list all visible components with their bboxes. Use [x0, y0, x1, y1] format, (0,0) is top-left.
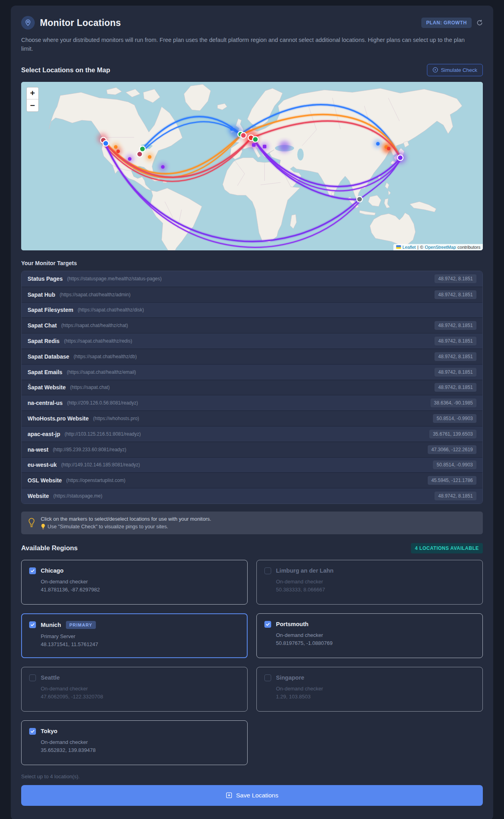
region-subtitle: On-demand checker: [41, 686, 240, 692]
region-name: Tokyo: [41, 728, 58, 734]
zoom-in-button[interactable]: +: [27, 87, 38, 99]
play-circle-icon: [433, 67, 438, 73]
target-name: OSL Website: [28, 477, 62, 484]
target-url: (http://209.126.0.56:8081/readyz): [67, 400, 138, 406]
region-card-munich[interactable]: MunichPRIMARYPrimary Server48.1371541, 1…: [21, 613, 248, 658]
marker-munich[interactable]: [252, 137, 258, 142]
marker-oregon[interactable]: [103, 141, 109, 146]
region-checkbox[interactable]: [29, 567, 36, 574]
leaflet-link[interactable]: Leaflet: [403, 245, 416, 250]
world-map[interactable]: + − Leaflet | © OpenStreetMap contributo…: [21, 82, 483, 250]
target-coords-badge: 47.3066, -122.2619: [428, 445, 476, 454]
target-row: Sapat Chat(https://sapat.chat/healthz/ch…: [22, 317, 482, 333]
region-card-seattle[interactable]: SeattleOn-demand checker47.6062095, -122…: [21, 667, 248, 712]
target-name: Sapat Redis: [28, 338, 60, 344]
target-url: (http://85.239.233.60:8081/readyz): [53, 447, 126, 452]
target-url: (https://sapat.chat/healthz/disk): [77, 307, 144, 313]
lightbulb-icon: [28, 518, 36, 528]
region-subtitle: Primary Server: [41, 633, 240, 639]
target-name: Sapat Emails: [28, 369, 62, 375]
region-checkbox[interactable]: [264, 674, 271, 681]
region-coords: 50.8197675, -1.0880769: [276, 640, 475, 646]
regions-heading: Available Regions: [21, 544, 78, 552]
target-url: (https://sapat.chat/healthz/admin): [60, 292, 130, 297]
target-coords-badge: 48.9742, 8.1851: [435, 337, 476, 345]
marker-chicago[interactable]: [140, 146, 145, 152]
region-checkbox[interactable]: [29, 728, 36, 735]
simulate-check-button[interactable]: Simulate Check: [427, 64, 483, 76]
region-subtitle: On-demand checker: [41, 739, 240, 745]
targets-heading: Your Monitor Targets: [21, 260, 483, 266]
osm-link[interactable]: OpenStreetMap: [425, 245, 456, 250]
target-row: Website(https://statuspage.me)48.9742, 8…: [22, 488, 482, 504]
target-coords-badge: 48.9742, 8.1851: [435, 352, 476, 361]
target-row: apac-east-jp(http://103.125.216.51:8081/…: [22, 426, 482, 442]
target-name: apac-east-jp: [28, 431, 60, 437]
map-section-heading: Select Locations on the Map: [21, 66, 110, 74]
marker-na-central[interactable]: [137, 151, 143, 157]
target-row: Sapat Hub(https://sapat.chat/healthz/adm…: [22, 287, 482, 302]
marker-tokyo[interactable]: [397, 155, 403, 161]
selection-footnote: Select up to 4 location(s).: [21, 773, 483, 779]
region-checkbox[interactable]: [29, 674, 36, 681]
target-row: WhoHosts.pro Website(https://whohosts.pr…: [22, 410, 482, 426]
target-url: (http://149.102.146.185:8081/readyz): [61, 462, 140, 468]
primary-badge: PRIMARY: [66, 621, 96, 629]
region-name: Munich: [41, 622, 61, 628]
region-card-chicago[interactable]: ChicagoOn-demand checker41.8781136, -87.…: [21, 560, 248, 605]
region-name: Chicago: [41, 567, 63, 574]
target-row: Šapat Website(https://sapat.chat)48.9742…: [22, 380, 482, 395]
target-coords-badge: 50.8514, -0.9903: [433, 460, 476, 469]
target-url: (https://sapat.chat/healthz/email): [67, 369, 136, 375]
target-url: (https://sapat.chat/healthz/redis): [64, 338, 132, 344]
region-subtitle: On-demand checker: [276, 579, 475, 585]
region-name: Seattle: [41, 674, 60, 681]
target-url: (http://103.125.216.51:8081/readyz): [65, 431, 141, 437]
target-row: Sapat Filesystem(https://sapat.chat/heal…: [22, 302, 482, 318]
target-name: Status Pages: [28, 276, 63, 282]
region-card-singapore[interactable]: SingaporeOn-demand checker1.29, 103.8503: [256, 667, 483, 712]
region-checkbox[interactable]: [264, 621, 271, 628]
target-name: na-west: [28, 446, 48, 453]
refresh-icon[interactable]: [476, 20, 483, 26]
region-name: Singapore: [276, 674, 304, 681]
target-name: WhoHosts.pro Website: [28, 415, 89, 422]
region-checkbox[interactable]: [264, 567, 271, 574]
target-row: na-central-us(http://209.126.0.56:8081/r…: [22, 395, 482, 410]
zoom-out-button[interactable]: −: [27, 99, 38, 111]
region-card-portsmouth[interactable]: PortsmouthOn-demand checker50.8197675, -…: [256, 613, 483, 658]
region-card-limburg-an-der-lahn[interactable]: Limburg an der LahnOn-demand checker50.3…: [256, 560, 483, 605]
target-name: Sapat Database: [28, 353, 69, 360]
region-subtitle: On-demand checker: [41, 579, 240, 585]
target-url: (https://whohosts.pro): [93, 416, 139, 421]
locations-available-badge: 4 LOCATIONS AVAILABLE: [411, 543, 483, 553]
target-coords-badge: 48.9742, 8.1851: [435, 368, 476, 377]
target-coords-badge: 38.6364, -90.1985: [431, 399, 476, 407]
marker-eu-west-uk[interactable]: [241, 133, 246, 138]
tip-line-1: Click on the markers to select/deselect …: [41, 516, 211, 522]
monitor-locations-panel: Monitor Locations PLAN: GROWTH Choose wh…: [11, 6, 493, 819]
page-description: Choose where your distributed monitors w…: [21, 36, 474, 54]
target-name: Sapat Chat: [28, 322, 57, 329]
save-icon: [226, 792, 232, 799]
region-coords: 47.6062095, -122.3320708: [41, 694, 240, 700]
target-row: eu-west-uk(http://149.102.146.185:8081/r…: [22, 457, 482, 473]
region-coords: 48.1371541, 11.5761247: [41, 641, 240, 647]
region-card-tokyo[interactable]: TokyoOn-demand checker35.652832, 139.839…: [21, 720, 248, 765]
region-checkbox[interactable]: [29, 621, 36, 628]
plan-badge: PLAN: GROWTH: [421, 18, 472, 28]
target-coords-badge: 48.9742, 8.1851: [435, 321, 476, 330]
region-name: Portsmouth: [276, 621, 308, 627]
target-name: Sapat Hub: [28, 292, 55, 298]
region-coords: 50.383333, 8.066667: [276, 587, 475, 593]
marker-singapore[interactable]: [357, 196, 362, 202]
target-name: eu-west-uk: [28, 462, 57, 468]
target-row: na-west(http://85.239.233.60:8081/readyz…: [22, 442, 482, 457]
tip-box: Click on the markers to select/deselect …: [21, 512, 483, 534]
map-attribution: Leaflet | © OpenStreetMap contributors: [393, 244, 483, 250]
save-locations-button[interactable]: Save Locations: [21, 785, 483, 806]
map-zoom-control: + −: [26, 87, 39, 112]
target-coords-badge: 48.9742, 8.1851: [435, 290, 476, 299]
header: Monitor Locations PLAN: GROWTH: [21, 16, 483, 30]
regions-grid: ChicagoOn-demand checker41.8781136, -87.…: [21, 560, 483, 765]
